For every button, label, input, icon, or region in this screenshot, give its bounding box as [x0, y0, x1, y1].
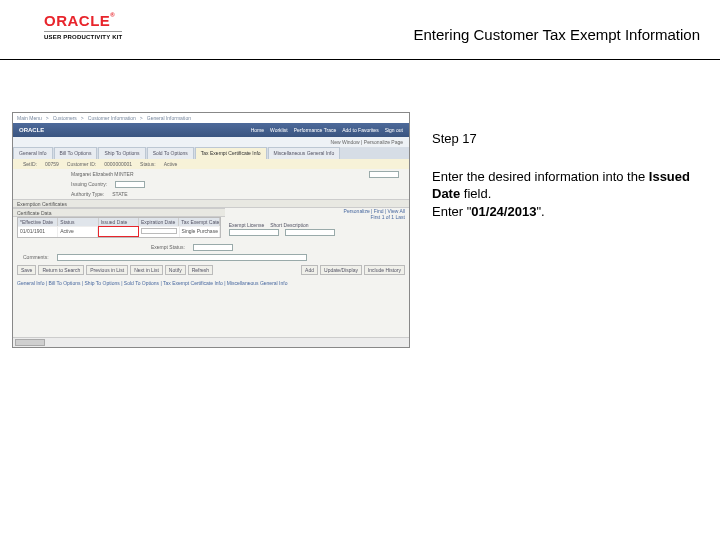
- breadcrumb: Main Menu> Customers> Customer Informati…: [13, 113, 409, 123]
- oracle-logo: ORACLE®: [44, 12, 122, 29]
- page-header: ORACLE® USER PRODUCTIVITY KIT Entering C…: [0, 12, 720, 60]
- oracle-logo-text: ORACLE: [44, 12, 110, 29]
- cell-status[interactable]: Active: [58, 226, 98, 237]
- next-in-list-button[interactable]: Next in List: [130, 265, 163, 275]
- short-desc-input[interactable]: [285, 229, 335, 236]
- return-to-search-button[interactable]: Return to Search: [38, 265, 84, 275]
- grid-paging[interactable]: First 1 of 1 Last: [229, 214, 405, 220]
- sub-nav[interactable]: New Window | Personalize Page: [13, 137, 409, 147]
- breadcrumb-item[interactable]: Customers: [53, 115, 77, 121]
- tab-misc[interactable]: Miscellaneous General Info: [268, 147, 341, 159]
- tab-sold-to[interactable]: Sold To Options: [147, 147, 194, 159]
- horizontal-scrollbar[interactable]: [13, 337, 409, 347]
- setid-label: SetID:: [23, 161, 37, 167]
- issuing-country-row: Issuing Country:: [13, 179, 409, 189]
- nav-home[interactable]: Home: [251, 127, 264, 133]
- breadcrumb-item[interactable]: General Information: [147, 115, 191, 121]
- add-button[interactable]: Add: [301, 265, 318, 275]
- breadcrumb-item[interactable]: Main Menu: [17, 115, 42, 121]
- col-issued-date[interactable]: Issued Date: [99, 218, 139, 226]
- comments-label: Comments:: [23, 254, 49, 260]
- footer-tab-links[interactable]: General Info | Bill To Options | Ship To…: [13, 278, 409, 288]
- issued-date-field[interactable]: [98, 226, 139, 237]
- comments-row: Comments:: [13, 252, 409, 262]
- table-row: 01/01/1901 Active Single Purchase: [18, 226, 220, 237]
- breadcrumb-item[interactable]: Customer Information: [88, 115, 136, 121]
- custid-value: 0000000001: [104, 161, 132, 167]
- lookup-icon[interactable]: [369, 171, 399, 178]
- col-expiration-date[interactable]: Expiration Date: [139, 218, 179, 226]
- instruction-text: Enter the desired information into the: [432, 169, 649, 184]
- include-history-button[interactable]: Include History: [364, 265, 405, 275]
- tab-tax-exempt[interactable]: Tax Exempt Certificate Info: [195, 147, 267, 159]
- issuing-country-label: Issuing Country:: [71, 181, 107, 187]
- page-tabs: General Info Bill To Options Ship To Opt…: [13, 147, 409, 159]
- global-nav-links: Home Worklist Performance Trace Add to F…: [251, 127, 403, 133]
- action-button-bar: Save Return to Search Previous in List N…: [13, 262, 409, 278]
- col-status[interactable]: Status: [58, 218, 98, 226]
- global-navbar: ORACLE Home Worklist Performance Trace A…: [13, 123, 409, 137]
- status-value: Active: [164, 161, 178, 167]
- instruction-text: ".: [536, 204, 544, 219]
- status-label: Status:: [140, 161, 156, 167]
- app-screenshot: Main Menu> Customers> Customer Informati…: [12, 112, 410, 348]
- exemption-certificates-header: Exemption Certificates: [13, 199, 409, 208]
- nav-worklist[interactable]: Worklist: [270, 127, 288, 133]
- instruction-text: field.: [460, 186, 491, 201]
- instruction-text: Enter ": [432, 204, 471, 219]
- brand-logo-block: ORACLE® USER PRODUCTIVITY KIT: [44, 12, 122, 40]
- cell-category[interactable]: Single Purchase: [180, 226, 220, 237]
- grid-header-row: *Effective Date Status Issued Date Expir…: [18, 218, 220, 226]
- instruction-value: 01/24/2013: [471, 204, 536, 219]
- tab-general-info[interactable]: General Info: [13, 147, 53, 159]
- app-logo: ORACLE: [19, 127, 44, 133]
- customer-name: Margaret Elizabeth MINTER: [71, 171, 134, 177]
- exempt-status-row: Exempt Status:: [13, 242, 409, 252]
- save-button[interactable]: Save: [17, 265, 36, 275]
- step-label: Step 17: [432, 130, 700, 148]
- prev-in-list-button[interactable]: Previous in List: [86, 265, 128, 275]
- page-title: Entering Customer Tax Exempt Information: [413, 26, 700, 43]
- exempt-license-input[interactable]: [229, 229, 279, 236]
- tab-ship-to[interactable]: Ship To Options: [98, 147, 145, 159]
- scrollbar-thumb[interactable]: [15, 339, 45, 346]
- refresh-button[interactable]: Refresh: [188, 265, 214, 275]
- exempt-status-select[interactable]: [193, 244, 233, 251]
- authority-type-value: STATE: [112, 191, 127, 197]
- exempt-status-label: Exempt Status:: [151, 244, 185, 250]
- cell-effective-date[interactable]: 01/01/1901: [18, 226, 58, 237]
- authority-type-label: Authority Type:: [71, 191, 104, 197]
- instruction-line-2: Enter "01/24/2013".: [432, 203, 700, 221]
- customer-name-row: Margaret Elizabeth MINTER: [13, 169, 409, 179]
- identity-row: SetID: 00759 Customer ID: 0000000001 Sta…: [13, 159, 409, 169]
- short-desc-label: Short Description: [270, 222, 308, 228]
- exempt-license-label: Exempt License: [229, 222, 265, 228]
- nav-favorites[interactable]: Add to Favorites: [342, 127, 378, 133]
- comments-input[interactable]: [57, 254, 307, 261]
- certificate-data-header: Certificate Data: [13, 208, 225, 217]
- update-display-button[interactable]: Update/Display: [320, 265, 362, 275]
- instruction-panel: Step 17 Enter the desired information in…: [432, 130, 700, 220]
- notify-button[interactable]: Notify: [165, 265, 186, 275]
- upk-subbrand: USER PRODUCTIVITY KIT: [44, 31, 122, 40]
- nav-perf-trace[interactable]: Performance Trace: [294, 127, 337, 133]
- setid-value: 00759: [45, 161, 59, 167]
- nav-signout[interactable]: Sign out: [385, 127, 403, 133]
- certificate-grid: *Effective Date Status Issued Date Expir…: [17, 217, 221, 238]
- issuing-country-input[interactable]: [115, 181, 145, 188]
- authority-type-row: Authority Type: STATE: [13, 189, 409, 199]
- cell-expiration-date[interactable]: [139, 226, 179, 237]
- col-effective-date[interactable]: *Effective Date: [18, 218, 58, 226]
- custid-label: Customer ID:: [67, 161, 96, 167]
- tab-bill-to[interactable]: Bill To Options: [54, 147, 98, 159]
- col-tax-exempt-category[interactable]: Tax Exempt Category: [179, 218, 219, 226]
- instruction-line-1: Enter the desired information into the I…: [432, 168, 700, 203]
